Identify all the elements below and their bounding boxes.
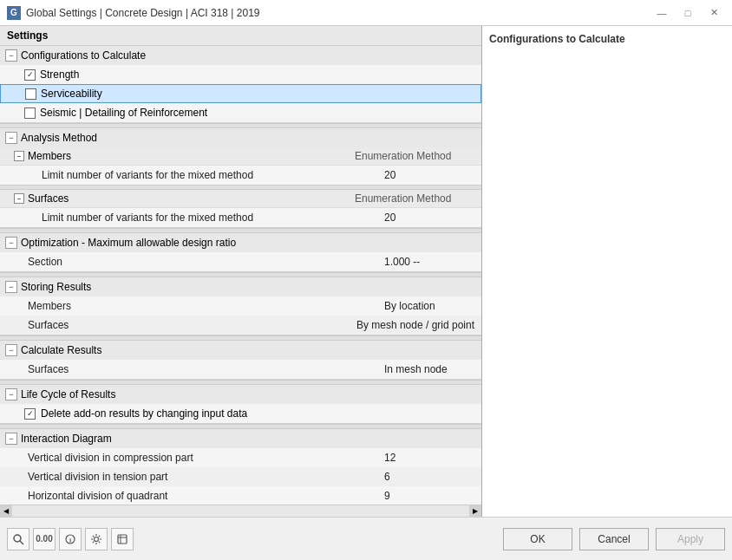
section-label: Section <box>24 256 377 268</box>
content-area: Settings − Configurations to Calculate S… <box>0 26 732 517</box>
surfaces-limit-value: 20 <box>377 212 481 224</box>
analysis-section: − Analysis Method − Members Enumeration … <box>0 128 481 228</box>
compression-row: Vertical division in compression part 12 <box>0 448 481 467</box>
members-limit-value: 20 <box>377 169 481 181</box>
right-panel: Configurations to Calculate <box>482 26 732 517</box>
app-icon: G <box>7 6 21 20</box>
collapse-icon-lifecycle: − <box>5 388 17 400</box>
members-enum: Enumeration Method <box>355 150 476 162</box>
surfaces-collapse: − <box>14 193 24 204</box>
optimization-title: Optimization - Maximum allowable design … <box>21 237 236 249</box>
horizontal-row: Horizontal division of quadrant 9 <box>0 486 481 505</box>
compression-label: Vertical division in compression part <box>24 452 377 464</box>
storing-members-row: Members By location <box>0 296 481 316</box>
strength-checkbox[interactable] <box>24 69 36 81</box>
serviceability-row[interactable]: Serviceability <box>0 84 481 103</box>
storing-surfaces-value: By mesh node / grid point <box>350 319 481 331</box>
storing-members-label: Members <box>24 300 377 312</box>
configurations-section: − Configurations to Calculate Strength S… <box>0 46 481 123</box>
tension-row: Vertical division in tension part 6 <box>0 467 481 486</box>
optimization-header[interactable]: − Optimization - Maximum allowable desig… <box>0 233 481 252</box>
optimization-section: − Optimization - Maximum allowable desig… <box>0 233 481 272</box>
apply-button[interactable]: Apply <box>656 528 725 550</box>
strength-row[interactable]: Strength <box>0 65 481 84</box>
surfaces-analysis-header[interactable]: − Surfaces Enumeration Method <box>0 190 481 208</box>
members-limit-label: Limit number of variants for the mixed m… <box>38 169 377 181</box>
collapse-icon: − <box>5 49 17 62</box>
seismic-checkbox[interactable] <box>24 107 36 119</box>
svg-line-1 <box>20 541 23 544</box>
collapse-icon-opt: − <box>5 237 17 249</box>
analysis-title: Analysis Method <box>21 132 97 144</box>
scroll-right-btn[interactable]: ▶ <box>469 505 481 518</box>
help-button[interactable] <box>111 528 134 550</box>
optimization-body: Section 1.000 -- <box>0 252 481 271</box>
delete-label: Delete add-on results by changing input … <box>41 407 247 420</box>
interaction-header[interactable]: − Interaction Diagram <box>0 429 481 448</box>
serviceability-checkbox[interactable] <box>25 88 36 100</box>
scroll-track[interactable] <box>12 505 469 517</box>
calculate-section: − Calculate Results Surfaces In mesh nod… <box>0 341 481 380</box>
serviceability-label: Serviceability <box>41 88 102 100</box>
svg-text:i: i <box>69 537 71 544</box>
storing-title: Storing Results <box>21 281 91 293</box>
calc-surfaces-label: Surfaces <box>24 363 377 375</box>
tension-value: 6 <box>377 471 481 483</box>
storing-header[interactable]: − Storing Results <box>0 277 481 296</box>
storing-section: − Storing Results Members By location Su… <box>0 277 481 335</box>
configurations-header[interactable]: − Configurations to Calculate <box>0 46 481 65</box>
settings-content: − Configurations to Calculate Strength S… <box>0 46 481 505</box>
lifecycle-body: Delete add-on results by changing input … <box>0 404 481 423</box>
interaction-body: Vertical division in compression part 12… <box>0 448 481 505</box>
ok-button[interactable]: OK <box>503 528 572 550</box>
surfaces-limit-label: Limit number of variants for the mixed m… <box>38 212 377 224</box>
strength-label: Strength <box>40 68 79 81</box>
collapse-icon-analysis: − <box>5 132 17 144</box>
surfaces-limit-row: Limit number of variants for the mixed m… <box>0 208 481 227</box>
storing-body: Members By location Surfaces By mesh nod… <box>0 296 481 335</box>
interaction-title: Interaction Diagram <box>21 433 112 445</box>
minimize-button[interactable]: — <box>650 4 673 22</box>
title-bar: G Global Settings | Concrete Design | AC… <box>0 0 732 26</box>
svg-point-4 <box>95 537 99 541</box>
storing-surfaces-label: Surfaces <box>24 319 350 331</box>
maximize-button[interactable]: □ <box>676 4 699 22</box>
dialog-buttons: OK Cancel Apply <box>503 528 725 550</box>
scroll-left-btn[interactable]: ◀ <box>0 505 12 518</box>
collapse-icon-inter: − <box>5 433 17 445</box>
configurations-body: Strength Serviceability Seismic | Detail… <box>0 65 481 122</box>
lifecycle-header[interactable]: − Life Cycle of Results <box>0 385 481 404</box>
tension-label: Vertical division in tension part <box>24 471 377 483</box>
decimal-button[interactable]: 0.00 <box>33 528 56 550</box>
window-title: Global Settings | Concrete Design | ACI … <box>26 7 260 19</box>
horizontal-label: Horizontal division of quadrant <box>24 490 377 502</box>
members-header[interactable]: − Members Enumeration Method <box>0 147 481 166</box>
members-limit-row: Limit number of variants for the mixed m… <box>0 166 481 185</box>
calculate-title: Calculate Results <box>21 344 101 356</box>
lifecycle-section: − Life Cycle of Results Delete add-on re… <box>0 385 481 424</box>
bottom-bar: 0.00 i OK <box>0 517 732 560</box>
delete-row: Delete add-on results by changing input … <box>0 404 481 423</box>
horiz-scrollbar[interactable]: ◀ ▶ <box>0 505 481 517</box>
analysis-body: − Members Enumeration Method Limit numbe… <box>0 147 481 227</box>
configurations-title: Configurations to Calculate <box>21 49 146 62</box>
delete-checkbox[interactable] <box>24 408 36 420</box>
storing-surfaces-row: Surfaces By mesh node / grid point <box>0 316 481 335</box>
analysis-header[interactable]: − Analysis Method <box>0 128 481 147</box>
settings-button[interactable] <box>85 528 108 550</box>
collapse-icon-storing: − <box>5 281 17 293</box>
horizontal-value: 9 <box>377 490 481 502</box>
svg-rect-5 <box>118 535 127 544</box>
cancel-button[interactable]: Cancel <box>579 528 649 550</box>
close-button[interactable]: ✕ <box>703 4 725 22</box>
surfaces-analysis-label: Surfaces <box>28 192 351 205</box>
info-button[interactable]: i <box>59 528 82 550</box>
search-button[interactable] <box>7 528 29 550</box>
lifecycle-title: Life Cycle of Results <box>21 388 115 400</box>
surfaces-enum: Enumeration Method <box>355 192 476 205</box>
seismic-row[interactable]: Seismic | Detailing of Reinforcement <box>0 103 481 122</box>
settings-header: Settings <box>0 26 481 46</box>
calculate-body: Surfaces In mesh node <box>0 360 481 379</box>
calculate-header[interactable]: − Calculate Results <box>0 341 481 360</box>
left-panel: Settings − Configurations to Calculate S… <box>0 26 482 517</box>
